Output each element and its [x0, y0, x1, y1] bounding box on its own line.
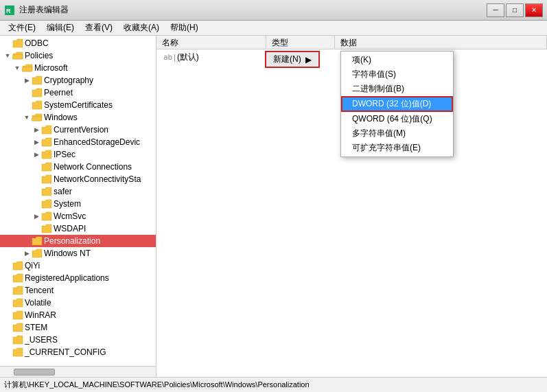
- tree-label-windows-nt: Windows NT: [44, 249, 91, 258]
- folder-icon-registeredapplications: [12, 273, 23, 283]
- expand-odbc[interactable]: [3, 38, 12, 48]
- col-header-name: 名称: [156, 36, 266, 49]
- expand-networkconnectivitysta[interactable]: [32, 174, 41, 184]
- close-button[interactable]: ✕: [525, 3, 543, 17]
- expand-wsdapi[interactable]: [32, 224, 41, 233]
- expand-stem[interactable]: [3, 323, 12, 332]
- expand-users[interactable]: [3, 335, 12, 345]
- expand-safer[interactable]: [32, 187, 41, 196]
- expand-personalization[interactable]: [22, 236, 32, 246]
- tree-label-networkconnectivitysta: NetworkConnectivitySta: [54, 174, 141, 184]
- tree-label-microsoft: Microsoft: [34, 63, 68, 73]
- tree-item-windows-nt[interactable]: ▶ Windows NT: [0, 247, 156, 260]
- tree-item-qiyi[interactable]: QiYi: [0, 260, 156, 272]
- menu-help[interactable]: 帮助(H): [165, 21, 204, 35]
- folder-icon-users: [12, 335, 23, 345]
- expand-wcmsvc[interactable]: ▶: [32, 211, 41, 221]
- expand-winrar[interactable]: [3, 310, 12, 320]
- maximize-button[interactable]: □: [506, 3, 524, 17]
- tree-item-currentversion[interactable]: ▶ CurrentVersion: [0, 124, 156, 136]
- expand-policies[interactable]: ▼: [3, 51, 12, 60]
- expand-currentversion[interactable]: ▶: [32, 125, 41, 135]
- tree-item-wsdapi[interactable]: WSDAPI: [0, 222, 156, 235]
- tree-label-enhancedstoragedevic: EnhancedStorageDevic: [54, 137, 140, 147]
- expand-network-connections[interactable]: [32, 162, 41, 172]
- tree-label-policies: Policies: [25, 51, 53, 60]
- folder-icon-volatile: [12, 298, 23, 308]
- menu-bar: 文件(E) 编辑(E) 查看(V) 收藏夹(A) 帮助(H): [0, 21, 547, 36]
- tree-label-peernet: Peernet: [44, 88, 73, 97]
- menu-view[interactable]: 查看(V): [80, 21, 118, 35]
- tree-label-tencent: Tencent: [25, 286, 54, 295]
- tree-item-odbc[interactable]: ODBC: [0, 37, 156, 49]
- expand-microsoft[interactable]: ▼: [12, 63, 22, 73]
- tree-item-networkconnectivitysta[interactable]: NetworkConnectivitySta: [0, 173, 156, 185]
- tree-item-enhancedstoragedevic[interactable]: ▶ EnhancedStorageDevic: [0, 136, 156, 148]
- expand-system[interactable]: [32, 199, 41, 209]
- expand-current-config[interactable]: [3, 347, 12, 357]
- tree-item-peernet[interactable]: Peernet: [0, 87, 156, 99]
- tree-item-system[interactable]: System: [0, 198, 156, 210]
- app-icon: R: [4, 5, 15, 16]
- window-controls: ─ □ ✕: [487, 3, 543, 17]
- folder-icon-tencent: [12, 286, 23, 295]
- folder-icon-windows-nt: [32, 249, 43, 258]
- folder-icon-stem: [12, 323, 23, 332]
- expand-volatile[interactable]: [3, 298, 12, 308]
- tree-label-wcmsvc: WcmSvc: [54, 211, 86, 221]
- expand-windows-nt[interactable]: ▶: [22, 249, 32, 258]
- tree-label-systemcertificates: SystemCertificates: [44, 100, 113, 110]
- tree-item-microsoft[interactable]: ▼ Microsoft: [0, 62, 156, 74]
- folder-icon-qiyi: [12, 261, 23, 270]
- tree-label-current-config: _CURRENT_CONFIG: [25, 347, 106, 357]
- tree-label-qiyi: QiYi: [25, 261, 40, 270]
- expand-registeredapplications[interactable]: [3, 273, 12, 283]
- tree-item-windows[interactable]: ▼ Windows: [0, 111, 156, 124]
- folder-icon-wcmsvc: [41, 211, 52, 221]
- expand-peernet[interactable]: [22, 88, 32, 97]
- menu-favorites[interactable]: 收藏夹(A): [118, 21, 165, 35]
- tree-item-tencent[interactable]: Tencent: [0, 284, 156, 297]
- tree-item-personalization[interactable]: Personalization: [0, 235, 156, 247]
- tree-item-winrar[interactable]: WinRAR: [0, 309, 156, 321]
- tree-item-stem[interactable]: STEM: [0, 321, 156, 334]
- tree-item-users[interactable]: _USERS: [0, 334, 156, 346]
- folder-icon-wsdapi: [41, 224, 52, 233]
- tree-label-windows: Windows: [44, 113, 78, 122]
- folder-icon-peernet: [32, 88, 43, 97]
- tree-item-registeredapplications[interactable]: RegisteredApplications: [0, 272, 156, 284]
- tree-item-network-connections[interactable]: Network Connections: [0, 161, 156, 173]
- tree-label-system: System: [54, 199, 81, 209]
- tree-label-wsdapi: WSDAPI: [54, 224, 86, 233]
- tree-item-ipsec[interactable]: ▶ IPSec: [0, 148, 156, 161]
- expand-windows[interactable]: ▼: [22, 113, 32, 122]
- tree-item-volatile[interactable]: Volatile: [0, 297, 156, 309]
- folder-icon-network-connections: [41, 162, 52, 172]
- expand-tencent[interactable]: [3, 286, 12, 295]
- data-content: ab|(默认) REG_SZ (数值未设置): [156, 49, 547, 377]
- expand-enhancedstoragedevic[interactable]: ▶: [32, 137, 41, 147]
- menu-edit[interactable]: 编辑(E): [41, 21, 80, 35]
- expand-qiyi[interactable]: [3, 261, 12, 270]
- tree-horizontal-scrollbar[interactable]: [0, 366, 156, 377]
- title-bar: R 注册表编辑器 ─ □ ✕: [0, 0, 547, 21]
- registry-tree[interactable]: ODBC ▼ Policies ▼ Microsoft ▶: [0, 36, 156, 366]
- menu-file[interactable]: 文件(E): [3, 21, 41, 35]
- expand-ipsec[interactable]: ▶: [32, 150, 41, 159]
- tree-label-stem: STEM: [25, 323, 47, 332]
- tree-label-personalization: Personalization: [44, 236, 100, 246]
- expand-systemcertificates[interactable]: [22, 100, 32, 110]
- tree-item-systemcertificates[interactable]: SystemCertificates: [0, 99, 156, 111]
- folder-icon-currentversion: [41, 125, 52, 135]
- folder-icon-system: [41, 199, 52, 209]
- tree-item-current-config[interactable]: _CURRENT_CONFIG: [0, 346, 156, 358]
- tree-item-cryptography[interactable]: ▶ Cryptography: [0, 74, 156, 87]
- minimize-button[interactable]: ─: [487, 3, 504, 17]
- table-row[interactable]: ab|(默认) REG_SZ (数值未设置): [158, 51, 546, 63]
- tree-panel: ODBC ▼ Policies ▼ Microsoft ▶: [0, 36, 156, 377]
- folder-icon-systemcertificates: [32, 100, 43, 110]
- tree-item-safer[interactable]: safer: [0, 185, 156, 198]
- tree-item-policies[interactable]: ▼ Policies: [0, 49, 156, 62]
- expand-cryptography[interactable]: ▶: [22, 76, 32, 85]
- tree-item-wcmsvc[interactable]: ▶ WcmSvc: [0, 210, 156, 222]
